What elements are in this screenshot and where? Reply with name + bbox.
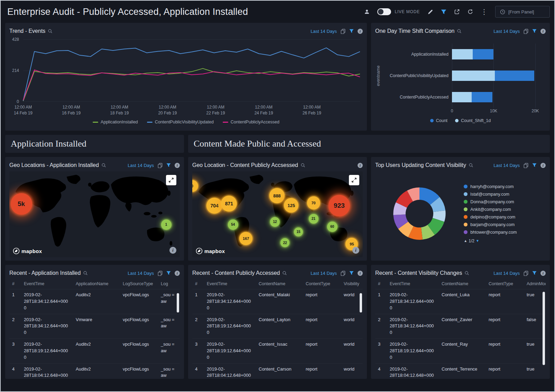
column-header-log[interactable]: Log: [158, 279, 180, 289]
filter-icon[interactable]: [532, 163, 537, 167]
legend-item-Count_Shift_1d[interactable]: Count_Shift_1d: [455, 118, 491, 123]
filter-icon[interactable]: [166, 163, 171, 167]
bar-segment-Count[interactable]: [472, 92, 492, 102]
copy-icon[interactable]: [524, 271, 528, 276]
legend-item-ContentPublicVisibilityUpdated[interactable]: ContentPublicVisibilityUpdated: [147, 120, 214, 124]
vertical-scrollbar[interactable]: [177, 293, 179, 312]
bar-segment-Count_Shift_1d[interactable]: [452, 49, 473, 59]
info-icon[interactable]: i: [175, 163, 180, 168]
copy-icon[interactable]: [341, 271, 345, 276]
page-up-icon[interactable]: ▲: [464, 239, 467, 243]
copy-icon[interactable]: [524, 29, 528, 34]
time-range[interactable]: Last 14 Days: [128, 271, 154, 276]
info-icon[interactable]: i: [175, 271, 180, 276]
table-row[interactable]: 22019-02-28T18:34:12.644+0000VmwarevpcFl…: [9, 314, 180, 339]
table-row[interactable]: 32019-02-28T18:19:12.644+0000Auditv2vpcF…: [9, 339, 180, 364]
time-range[interactable]: Last 14 Days: [311, 29, 337, 34]
mapbox-logo[interactable]: mapbox: [13, 248, 42, 254]
copy-icon[interactable]: [158, 163, 163, 168]
zoom-icon[interactable]: [83, 271, 88, 276]
column-header-visibility[interactable]: Visibility: [341, 279, 363, 289]
world-map[interactable]: 07048718881257092321541215601672295 mapb…: [192, 171, 363, 257]
zoom-icon[interactable]: [300, 163, 305, 168]
map-bubble[interactable]: 1: [161, 220, 172, 230]
more-menu-icon[interactable]: ⋮: [481, 8, 488, 15]
legend-user-harryh[interactable]: harryh@company.com: [464, 184, 546, 189]
info-icon[interactable]: i: [358, 163, 363, 168]
filter-icon[interactable]: [441, 9, 446, 15]
column-header-adminmod[interactable]: AdminMod: [524, 279, 546, 289]
table-row[interactable]: 42019-02-28T18:04:12.648+0000Content_Car…: [192, 363, 363, 379]
column-header-[interactable]: #: [375, 279, 387, 289]
table-row[interactable]: 32019-02-28T18:19:12.644+0000Content_Iss…: [192, 339, 363, 364]
time-range[interactable]: Last 14 Days: [311, 271, 337, 276]
map-bubble[interactable]: 22: [280, 238, 289, 247]
info-icon[interactable]: i: [540, 271, 546, 276]
info-icon[interactable]: i: [540, 29, 546, 34]
table-row[interactable]: 12019-02-28T18:34:12.644+0000Content_Luk…: [375, 289, 546, 314]
zoom-icon[interactable]: [464, 271, 469, 276]
map-bubble[interactable]: 167: [239, 232, 252, 245]
column-header-eventtime[interactable]: EventTime: [21, 279, 73, 289]
map-bubble[interactable]: 12: [270, 217, 280, 227]
fullscreen-button[interactable]: [166, 175, 176, 185]
column-header-eventtime[interactable]: EventTime: [387, 279, 439, 289]
info-icon[interactable]: i: [540, 163, 546, 168]
filter-icon[interactable]: [166, 271, 171, 275]
column-header-logsourcetype[interactable]: LogSourceType: [120, 279, 158, 289]
legend-item-ApplicationInstalled[interactable]: ApplicationInstalled: [93, 120, 138, 124]
map-bubble[interactable]: 704: [206, 198, 222, 214]
map-bubble[interactable]: 5k: [11, 193, 32, 215]
filter-icon[interactable]: [349, 271, 354, 275]
column-header-eventtime[interactable]: EventTime: [204, 279, 256, 289]
zoom-icon[interactable]: [48, 29, 53, 34]
column-header-contenttype[interactable]: ContentType: [303, 279, 341, 289]
table-row[interactable]: 22019-02-28T18:19:12.644+0000Content_Lay…: [192, 314, 363, 339]
zoom-icon[interactable]: [469, 163, 473, 168]
bar-segment-Count[interactable]: [495, 71, 534, 81]
refresh-icon[interactable]: [468, 9, 473, 15]
vertical-scrollbar[interactable]: [360, 293, 362, 312]
fullscreen-button[interactable]: [349, 175, 359, 185]
map-bubble[interactable]: 923: [329, 195, 350, 216]
legend-user-Donna[interactable]: Donna@company.com: [464, 199, 546, 204]
table-row[interactable]: 32019-02-28T18:19:12.644+0000Content_Ray…: [375, 339, 546, 364]
time-range[interactable]: Last 14 Days: [493, 163, 520, 168]
filter-icon[interactable]: [349, 29, 354, 33]
column-header-[interactable]: #: [192, 279, 204, 289]
map-bubble[interactable]: 871: [221, 196, 237, 212]
time-range[interactable]: Last 14 Days: [493, 29, 520, 34]
zoom-icon[interactable]: [282, 271, 287, 276]
map-bubble[interactable]: 60: [327, 222, 337, 232]
copy-icon[interactable]: [158, 271, 163, 276]
map-bubble[interactable]: 54: [228, 220, 238, 230]
legend-item-Count[interactable]: Count: [430, 118, 447, 123]
column-header-applicationname[interactable]: ApplicationName: [73, 279, 120, 289]
bar-segment-Count[interactable]: [473, 49, 493, 59]
legend-user-Ankit[interactable]: Ankit@company.com: [464, 207, 546, 212]
from-panel-select[interactable]: [From Panel]: [495, 6, 550, 18]
bar-segment-Count_Shift_1d[interactable]: [452, 71, 495, 81]
map-info-icon[interactable]: i: [169, 247, 176, 254]
info-icon[interactable]: i: [358, 29, 363, 34]
column-header-contenttype[interactable]: ContentType: [486, 279, 524, 289]
table-row[interactable]: 42019-02-28T18:04:12.648+0000Auditv2vpcF…: [9, 363, 180, 379]
world-map[interactable]: 5k1 mapbox i: [9, 171, 180, 257]
table-row[interactable]: 12019-02-28T18:34:12.644+0000Content_Mal…: [192, 289, 363, 314]
time-range[interactable]: Last 14 Days: [493, 271, 520, 276]
edit-pencil-icon[interactable]: [427, 9, 433, 15]
vertical-scrollbar[interactable]: [543, 292, 545, 365]
legend-user-barjam[interactable]: barjam@company.com: [464, 222, 546, 227]
legend-user-lstaf[interactable]: lstaf@company.com: [464, 192, 546, 197]
bar-segment-Count_Shift_1d[interactable]: [452, 92, 472, 102]
zoom-icon[interactable]: [101, 163, 106, 168]
column-header-[interactable]: #: [9, 279, 21, 289]
map-bubble[interactable]: 21: [309, 214, 318, 224]
copy-icon[interactable]: [341, 29, 345, 34]
live-mode-toggle[interactable]: [377, 8, 391, 15]
info-icon[interactable]: i: [358, 271, 363, 276]
column-header-contentname[interactable]: ContentName: [439, 279, 486, 289]
column-header-contentname[interactable]: ContentName: [256, 279, 303, 289]
share-icon[interactable]: [454, 9, 460, 15]
time-range[interactable]: Last 14 Days: [128, 163, 154, 168]
